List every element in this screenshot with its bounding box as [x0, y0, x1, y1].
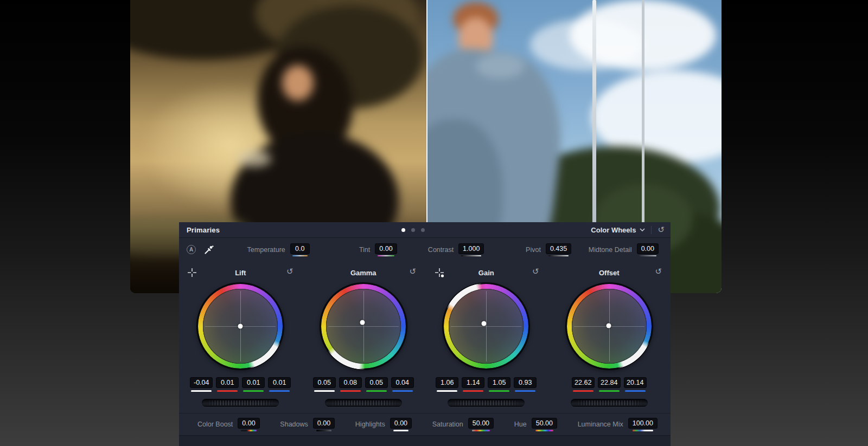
luminance-mix-control: Luminance Mix 100.00 — [578, 418, 658, 431]
offset-color-disc[interactable] — [572, 289, 647, 364]
lift-color-disc[interactable] — [203, 289, 278, 364]
tool-icons: A — [187, 244, 222, 255]
gain-master-value[interactable]: 1.06 — [436, 377, 458, 388]
temperature-value[interactable]: 0.0 — [290, 243, 310, 254]
panel-reset-button[interactable]: ↺ — [658, 226, 665, 234]
page-dot-1[interactable] — [401, 228, 405, 232]
gamma-red-value[interactable]: 0.08 — [339, 377, 362, 388]
shadows-control: Shadows 0.00 — [280, 418, 335, 431]
color-boost-label: Color Boost — [197, 421, 233, 428]
saturation-label: Saturation — [432, 421, 463, 428]
gamma-reset-button[interactable]: ↺ — [409, 268, 416, 276]
midtone-detail-control: Midtone Detail 0.00 — [571, 243, 659, 256]
master-wheel-ticks — [576, 400, 643, 405]
crosshair-line — [328, 326, 399, 327]
pole-shape — [642, 0, 644, 238]
midtone-detail-value[interactable]: 0.00 — [637, 243, 659, 254]
gamma-master-wheel[interactable] — [325, 399, 402, 407]
gain-green-value[interactable]: 1.05 — [488, 377, 510, 388]
gamma-color-disc[interactable] — [326, 289, 401, 364]
lift-master-value[interactable]: -0.04 — [190, 377, 213, 388]
crosshair-line — [451, 326, 521, 327]
pole-shape — [592, 0, 596, 233]
lift-blue-value[interactable]: 0.01 — [268, 377, 291, 388]
lift-wheel-indicator[interactable] — [238, 324, 243, 329]
offset-green-value[interactable]: 22.84 — [598, 377, 621, 388]
color-boost-range-strip — [241, 430, 256, 431]
luminance-mix-value[interactable]: 100.00 — [628, 418, 658, 429]
offset-master-wheel[interactable] — [571, 399, 648, 407]
red-channel-strip — [463, 390, 483, 392]
offset-wheel-indicator[interactable] — [606, 324, 611, 328]
blue-channel-strip — [269, 390, 290, 392]
lift-master-wheel[interactable] — [202, 399, 279, 407]
highlights-value[interactable]: 0.00 — [390, 418, 412, 429]
white-balance-picker-icon[interactable] — [204, 244, 214, 255]
gamma-wheel[interactable] — [320, 283, 407, 370]
gain-column: Gain ↺ 1.06 1.14 1.05 0.93 — [425, 265, 548, 407]
panel-title: Primaries — [187, 226, 220, 234]
pivot-control: Pivot 0.435 — [484, 243, 571, 256]
blue-channel-strip — [392, 390, 413, 392]
gamma-blue-value[interactable]: 0.04 — [391, 377, 414, 388]
face-shape — [282, 65, 314, 101]
lift-wheel[interactable] — [197, 283, 284, 370]
gain-reset-button[interactable]: ↺ — [532, 268, 539, 276]
lift-color-picker-icon[interactable] — [187, 268, 197, 277]
color-wheels-area: Lift ↺ -0.04 0.01 0.01 0.01 — [179, 265, 671, 407]
red-channel-strip — [340, 390, 361, 392]
lift-reset-button[interactable]: ↺ — [286, 268, 293, 276]
gamma-wheel-indicator[interactable] — [360, 320, 365, 325]
master-wheel-ticks — [330, 400, 397, 405]
highlights-control: Highlights 0.00 — [355, 418, 412, 431]
panel-footer — [179, 435, 671, 446]
gamma-master-value[interactable]: 0.05 — [313, 377, 336, 388]
blue-channel-strip — [625, 390, 646, 392]
gain-color-disc[interactable] — [449, 289, 524, 364]
lift-green-value[interactable]: 0.01 — [242, 377, 265, 388]
gain-color-picker-icon[interactable] — [435, 268, 444, 277]
offset-red-value[interactable]: 22.62 — [572, 377, 595, 388]
saturation-range-strip — [472, 430, 490, 431]
hue-value[interactable]: 50.00 — [532, 418, 557, 429]
hue-range-strip — [535, 430, 553, 431]
color-boost-value[interactable]: 0.00 — [238, 418, 259, 429]
contrast-control: Contrast 1.000 — [397, 243, 484, 256]
gamma-green-value[interactable]: 0.05 — [365, 377, 388, 388]
blue-channel-strip — [515, 390, 535, 392]
color-boost-control: Color Boost 0.00 — [197, 418, 260, 431]
contrast-value[interactable]: 1.000 — [458, 243, 484, 254]
gain-red-value[interactable]: 1.14 — [462, 377, 484, 388]
gain-blue-value[interactable]: 0.93 — [514, 377, 537, 388]
saturation-value[interactable]: 50.00 — [468, 418, 494, 429]
page-dot-2[interactable] — [411, 228, 415, 232]
offset-wheel[interactable] — [566, 283, 653, 370]
gain-title: Gain — [478, 269, 494, 277]
gain-wheel[interactable] — [443, 283, 529, 370]
offset-title: Offset — [599, 269, 620, 277]
red-channel-strip — [573, 390, 593, 392]
primary-adjustments-row: A Temperature 0.0 Tint 0.00 Contrast 1.0… — [179, 238, 671, 261]
page-dot-3[interactable] — [421, 228, 425, 232]
midtone-detail-label: Midtone Detail — [589, 246, 632, 254]
gamma-column: Gamma ↺ 0.05 0.08 0.05 0.04 — [302, 265, 425, 407]
color-wheels-panel: Primaries Color Wheels ↺ A T — [179, 222, 671, 446]
offset-reset-button[interactable]: ↺ — [655, 268, 662, 276]
shirt-trim-shape — [238, 151, 271, 167]
header-divider — [651, 226, 652, 234]
lift-red-value[interactable]: 0.01 — [216, 377, 239, 388]
contrast-range-strip — [461, 255, 481, 256]
offset-blue-value[interactable]: 20.14 — [624, 377, 647, 388]
master-wheel-ticks — [452, 400, 520, 405]
chevron-down-icon — [640, 228, 645, 231]
highlights-range-strip — [393, 430, 409, 431]
color-wheels-mode-dropdown[interactable]: Color Wheels — [591, 226, 645, 234]
gain-master-wheel[interactable] — [448, 399, 525, 407]
pivot-value[interactable]: 0.435 — [546, 243, 571, 254]
gain-wheel-indicator[interactable] — [482, 321, 487, 326]
cloud-shape — [530, 19, 644, 70]
auto-balance-button[interactable]: A — [187, 245, 196, 254]
temperature-label: Temperature — [247, 246, 285, 254]
tint-value[interactable]: 0.00 — [375, 243, 397, 254]
shadows-value[interactable]: 0.00 — [313, 418, 335, 429]
